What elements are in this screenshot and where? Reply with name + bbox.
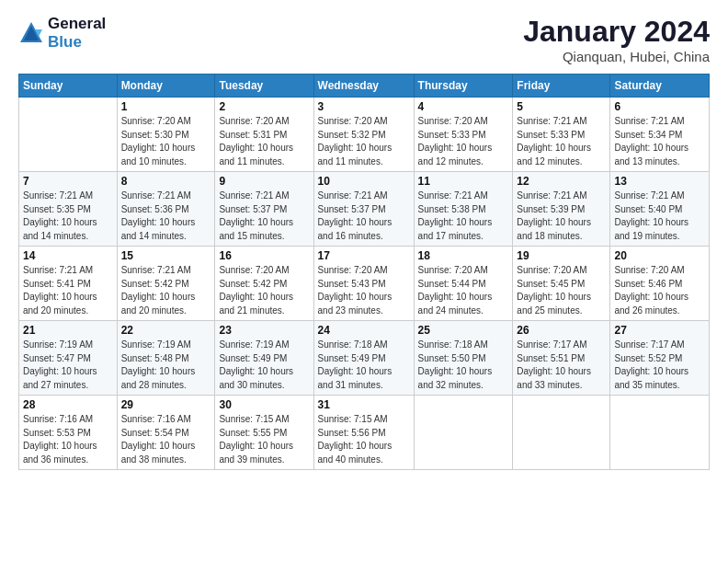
day-number: 30 [219,398,309,411]
title-block: January 2024 Qianquan, Hubei, China [523,15,710,64]
day-info: Sunrise: 7:17 AM Sunset: 5:52 PM Dayligh… [614,339,705,392]
table-cell: 15Sunrise: 7:21 AM Sunset: 5:42 PM Dayli… [117,247,215,321]
day-info: Sunrise: 7:21 AM Sunset: 5:34 PM Dayligh… [614,115,705,168]
day-number: 5 [517,100,606,113]
table-cell: 4Sunrise: 7:20 AM Sunset: 5:33 PM Daylig… [414,98,513,172]
day-info: Sunrise: 7:15 AM Sunset: 5:56 PM Dayligh… [318,413,410,466]
table-cell: 9Sunrise: 7:21 AM Sunset: 5:37 PM Daylig… [215,172,313,247]
day-info: Sunrise: 7:18 AM Sunset: 5:49 PM Dayligh… [318,339,410,392]
day-info: Sunrise: 7:21 AM Sunset: 5:37 PM Dayligh… [318,190,410,243]
table-cell: 5Sunrise: 7:21 AM Sunset: 5:33 PM Daylig… [513,98,610,172]
logo-text: General Blue [48,15,106,52]
table-cell: 31Sunrise: 7:15 AM Sunset: 5:56 PM Dayli… [313,396,414,470]
table-cell: 27Sunrise: 7:17 AM Sunset: 5:52 PM Dayli… [610,321,710,396]
calendar-page: General Blue January 2024 Qianquan, Hube… [0,0,728,563]
table-cell: 17Sunrise: 7:20 AM Sunset: 5:43 PM Dayli… [313,247,414,321]
day-info: Sunrise: 7:21 AM Sunset: 5:38 PM Dayligh… [418,190,509,243]
table-cell: 24Sunrise: 7:18 AM Sunset: 5:49 PM Dayli… [313,321,414,396]
table-cell: 21Sunrise: 7:19 AM Sunset: 5:47 PM Dayli… [19,321,118,396]
table-cell: 29Sunrise: 7:16 AM Sunset: 5:54 PM Dayli… [117,396,215,470]
table-cell: 6Sunrise: 7:21 AM Sunset: 5:34 PM Daylig… [610,98,710,172]
table-cell: 1Sunrise: 7:20 AM Sunset: 5:30 PM Daylig… [117,98,215,172]
day-info: Sunrise: 7:21 AM Sunset: 5:35 PM Dayligh… [23,190,113,243]
day-number: 20 [614,249,705,262]
week-row-1: 1Sunrise: 7:20 AM Sunset: 5:30 PM Daylig… [19,98,710,172]
day-info: Sunrise: 7:21 AM Sunset: 5:36 PM Dayligh… [121,190,211,243]
day-info: Sunrise: 7:20 AM Sunset: 5:30 PM Dayligh… [121,115,211,168]
day-number: 8 [121,175,211,188]
day-info: Sunrise: 7:20 AM Sunset: 5:33 PM Dayligh… [418,115,509,168]
day-info: Sunrise: 7:19 AM Sunset: 5:48 PM Dayligh… [121,339,211,392]
table-cell: 18Sunrise: 7:20 AM Sunset: 5:44 PM Dayli… [414,247,513,321]
col-sunday: Sunday [19,75,118,98]
day-number: 1 [121,100,211,113]
table-cell: 30Sunrise: 7:15 AM Sunset: 5:55 PM Dayli… [215,396,313,470]
day-number: 3 [318,100,410,113]
day-number: 26 [517,324,606,337]
day-info: Sunrise: 7:20 AM Sunset: 5:45 PM Dayligh… [517,264,606,317]
day-number: 13 [614,175,705,188]
header-row: Sunday Monday Tuesday Wednesday Thursday… [19,75,710,98]
col-saturday: Saturday [610,75,710,98]
table-cell: 7Sunrise: 7:21 AM Sunset: 5:35 PM Daylig… [19,172,118,247]
table-cell: 28Sunrise: 7:16 AM Sunset: 5:53 PM Dayli… [19,396,118,470]
day-number: 12 [517,175,606,188]
day-number: 22 [121,324,211,337]
header: General Blue January 2024 Qianquan, Hube… [18,15,710,64]
day-number: 4 [418,100,509,113]
day-number: 11 [418,175,509,188]
day-number: 19 [517,249,606,262]
day-info: Sunrise: 7:20 AM Sunset: 5:46 PM Dayligh… [614,264,705,317]
week-row-2: 7Sunrise: 7:21 AM Sunset: 5:35 PM Daylig… [19,172,710,247]
day-info: Sunrise: 7:21 AM Sunset: 5:39 PM Dayligh… [517,190,606,243]
day-info: Sunrise: 7:20 AM Sunset: 5:43 PM Dayligh… [318,264,410,317]
week-row-3: 14Sunrise: 7:21 AM Sunset: 5:41 PM Dayli… [19,247,710,321]
month-title: January 2024 [523,15,710,49]
table-cell [610,396,710,470]
day-number: 9 [219,175,309,188]
table-cell: 23Sunrise: 7:19 AM Sunset: 5:49 PM Dayli… [215,321,313,396]
day-info: Sunrise: 7:16 AM Sunset: 5:53 PM Dayligh… [23,413,113,466]
day-number: 10 [318,175,410,188]
day-info: Sunrise: 7:20 AM Sunset: 5:32 PM Dayligh… [318,115,410,168]
day-number: 18 [418,249,509,262]
day-info: Sunrise: 7:20 AM Sunset: 5:42 PM Dayligh… [219,264,309,317]
table-cell: 19Sunrise: 7:20 AM Sunset: 5:45 PM Dayli… [513,247,610,321]
day-info: Sunrise: 7:21 AM Sunset: 5:42 PM Dayligh… [121,264,211,317]
day-number: 15 [121,249,211,262]
day-number: 28 [23,398,113,411]
table-cell: 16Sunrise: 7:20 AM Sunset: 5:42 PM Dayli… [215,247,313,321]
col-monday: Monday [117,75,215,98]
day-number: 27 [614,324,705,337]
table-cell: 26Sunrise: 7:17 AM Sunset: 5:51 PM Dayli… [513,321,610,396]
day-number: 7 [23,175,113,188]
day-info: Sunrise: 7:19 AM Sunset: 5:47 PM Dayligh… [23,339,113,392]
table-cell [414,396,513,470]
logo-icon [18,20,44,46]
day-info: Sunrise: 7:21 AM Sunset: 5:33 PM Dayligh… [517,115,606,168]
col-wednesday: Wednesday [313,75,414,98]
table-cell [513,396,610,470]
table-cell: 13Sunrise: 7:21 AM Sunset: 5:40 PM Dayli… [610,172,710,247]
table-cell: 25Sunrise: 7:18 AM Sunset: 5:50 PM Dayli… [414,321,513,396]
table-cell [19,98,118,172]
day-number: 14 [23,249,113,262]
day-info: Sunrise: 7:21 AM Sunset: 5:37 PM Dayligh… [219,190,309,243]
table-cell: 14Sunrise: 7:21 AM Sunset: 5:41 PM Dayli… [19,247,118,321]
day-number: 16 [219,249,309,262]
day-number: 17 [318,249,410,262]
table-cell: 3Sunrise: 7:20 AM Sunset: 5:32 PM Daylig… [313,98,414,172]
table-cell: 2Sunrise: 7:20 AM Sunset: 5:31 PM Daylig… [215,98,313,172]
logo: General Blue [18,15,106,52]
day-info: Sunrise: 7:20 AM Sunset: 5:44 PM Dayligh… [418,264,509,317]
col-friday: Friday [513,75,610,98]
day-number: 23 [219,324,309,337]
calendar-table: Sunday Monday Tuesday Wednesday Thursday… [18,74,710,470]
day-number: 2 [219,100,309,113]
week-row-5: 28Sunrise: 7:16 AM Sunset: 5:53 PM Dayli… [19,396,710,470]
table-cell: 20Sunrise: 7:20 AM Sunset: 5:46 PM Dayli… [610,247,710,321]
table-cell: 10Sunrise: 7:21 AM Sunset: 5:37 PM Dayli… [313,172,414,247]
table-cell: 11Sunrise: 7:21 AM Sunset: 5:38 PM Dayli… [414,172,513,247]
table-cell: 12Sunrise: 7:21 AM Sunset: 5:39 PM Dayli… [513,172,610,247]
day-info: Sunrise: 7:16 AM Sunset: 5:54 PM Dayligh… [121,413,211,466]
